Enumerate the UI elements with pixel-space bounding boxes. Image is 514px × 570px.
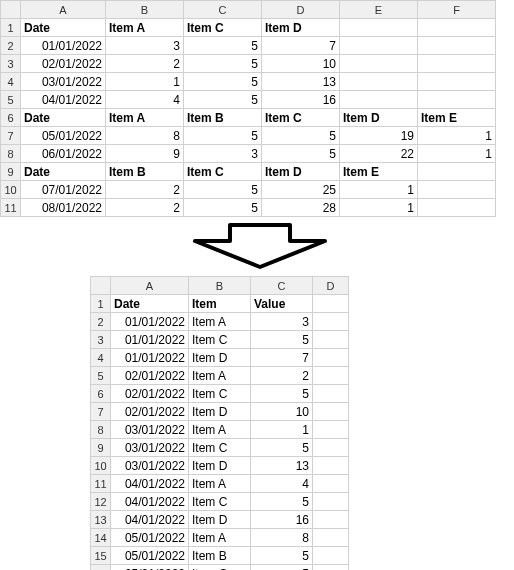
top-row-header[interactable]: 11 — [1, 199, 21, 217]
bottom-cell[interactable]: Item D — [189, 457, 251, 475]
bottom-cell[interactable]: 04/01/2022 — [111, 475, 189, 493]
top-cell[interactable] — [418, 199, 496, 217]
top-row-header[interactable]: 7 — [1, 127, 21, 145]
top-cell[interactable]: 5 — [184, 199, 262, 217]
bottom-cell[interactable]: 7 — [251, 349, 313, 367]
bottom-cell[interactable]: 5 — [251, 331, 313, 349]
top-row-header[interactable]: 3 — [1, 55, 21, 73]
top-col-header[interactable]: D — [262, 1, 340, 19]
top-cell[interactable]: 4 — [106, 91, 184, 109]
bottom-cell[interactable]: 3 — [251, 313, 313, 331]
bottom-cell[interactable] — [313, 565, 349, 571]
bottom-cell[interactable]: 5 — [251, 547, 313, 565]
bottom-cell[interactable] — [313, 349, 349, 367]
top-cell[interactable]: Item B — [184, 109, 262, 127]
top-row-header[interactable]: 1 — [1, 19, 21, 37]
top-cell[interactable]: 08/01/2022 — [21, 199, 106, 217]
bottom-cell[interactable] — [313, 529, 349, 547]
bottom-col-header[interactable]: D — [313, 277, 349, 295]
bottom-cell[interactable]: 5 — [251, 385, 313, 403]
bottom-col-header[interactable]: C — [251, 277, 313, 295]
top-cell[interactable] — [340, 19, 418, 37]
bottom-cell[interactable]: 1 — [251, 421, 313, 439]
top-cell[interactable]: 03/01/2022 — [21, 73, 106, 91]
bottom-cell[interactable]: 02/01/2022 — [111, 403, 189, 421]
bottom-cell[interactable] — [313, 403, 349, 421]
bottom-col-header[interactable]: B — [189, 277, 251, 295]
top-cell[interactable]: 5 — [184, 181, 262, 199]
top-cell[interactable]: 9 — [106, 145, 184, 163]
top-cell[interactable]: 2 — [106, 181, 184, 199]
bottom-cell[interactable]: 16 — [251, 511, 313, 529]
bottom-cell[interactable]: 03/01/2022 — [111, 439, 189, 457]
top-cell[interactable]: 19 — [340, 127, 418, 145]
top-cell[interactable]: 1 — [418, 145, 496, 163]
top-cell[interactable]: Item C — [184, 163, 262, 181]
bottom-cell[interactable]: 01/01/2022 — [111, 313, 189, 331]
bottom-cell[interactable]: 01/01/2022 — [111, 331, 189, 349]
top-cell[interactable]: 5 — [262, 127, 340, 145]
top-cell[interactable]: Item A — [106, 19, 184, 37]
top-cell[interactable]: 1 — [418, 127, 496, 145]
bottom-cell[interactable]: 04/01/2022 — [111, 511, 189, 529]
bottom-cell[interactable]: Item B — [189, 547, 251, 565]
top-cell[interactable]: Date — [21, 19, 106, 37]
bottom-cell[interactable] — [313, 313, 349, 331]
top-cell[interactable]: 2 — [106, 199, 184, 217]
bottom-row-header[interactable]: 16 — [91, 565, 111, 571]
top-cell[interactable] — [418, 91, 496, 109]
top-cell[interactable]: 1 — [340, 181, 418, 199]
top-cell[interactable]: Item B — [106, 163, 184, 181]
top-cell[interactable]: 01/01/2022 — [21, 37, 106, 55]
bottom-cell[interactable] — [313, 331, 349, 349]
bottom-row-header[interactable]: 9 — [91, 439, 111, 457]
bottom-cell[interactable]: Value — [251, 295, 313, 313]
bottom-cell[interactable]: 10 — [251, 403, 313, 421]
bottom-row-header[interactable]: 14 — [91, 529, 111, 547]
top-cell[interactable] — [340, 73, 418, 91]
top-cell[interactable] — [418, 19, 496, 37]
top-row-header[interactable]: 10 — [1, 181, 21, 199]
bottom-cell[interactable] — [313, 295, 349, 313]
bottom-cell[interactable]: 03/01/2022 — [111, 457, 189, 475]
bottom-row-header[interactable]: 2 — [91, 313, 111, 331]
top-col-header[interactable]: A — [21, 1, 106, 19]
bottom-row-header[interactable]: 7 — [91, 403, 111, 421]
top-cell[interactable]: 8 — [106, 127, 184, 145]
bottom-cell[interactable]: 2 — [251, 367, 313, 385]
top-cell[interactable]: 7 — [262, 37, 340, 55]
top-row-header[interactable]: 5 — [1, 91, 21, 109]
bottom-cell[interactable]: Item D — [189, 403, 251, 421]
bottom-cell[interactable]: Item A — [189, 529, 251, 547]
bottom-cell[interactable]: Item A — [189, 421, 251, 439]
bottom-cell[interactable]: 8 — [251, 529, 313, 547]
top-cell[interactable] — [418, 73, 496, 91]
bottom-cell[interactable]: Item — [189, 295, 251, 313]
top-row-header[interactable]: 8 — [1, 145, 21, 163]
top-spreadsheet[interactable]: ABCDEF1DateItem AItem CItem D201/01/2022… — [0, 0, 496, 217]
top-cell[interactable]: 2 — [106, 55, 184, 73]
bottom-cell[interactable]: 02/01/2022 — [111, 385, 189, 403]
top-cell[interactable]: 06/01/2022 — [21, 145, 106, 163]
top-cell[interactable] — [418, 55, 496, 73]
bottom-cell[interactable]: 5 — [251, 565, 313, 571]
top-corner[interactable] — [1, 1, 21, 19]
top-row-header[interactable]: 4 — [1, 73, 21, 91]
top-cell[interactable] — [340, 55, 418, 73]
top-cell[interactable]: 04/01/2022 — [21, 91, 106, 109]
bottom-row-header[interactable]: 10 — [91, 457, 111, 475]
bottom-cell[interactable] — [313, 493, 349, 511]
top-cell[interactable]: Item C — [184, 19, 262, 37]
bottom-cell[interactable]: Item A — [189, 313, 251, 331]
bottom-cell[interactable]: Item C — [189, 385, 251, 403]
top-cell[interactable] — [340, 37, 418, 55]
bottom-cell[interactable]: 05/01/2022 — [111, 547, 189, 565]
top-cell[interactable] — [418, 181, 496, 199]
top-cell[interactable]: 02/01/2022 — [21, 55, 106, 73]
bottom-cell[interactable] — [313, 367, 349, 385]
bottom-row-header[interactable]: 6 — [91, 385, 111, 403]
bottom-cell[interactable]: Item D — [189, 511, 251, 529]
bottom-cell[interactable]: Item D — [189, 349, 251, 367]
bottom-cell[interactable]: 05/01/2022 — [111, 565, 189, 571]
top-cell[interactable]: Date — [21, 163, 106, 181]
